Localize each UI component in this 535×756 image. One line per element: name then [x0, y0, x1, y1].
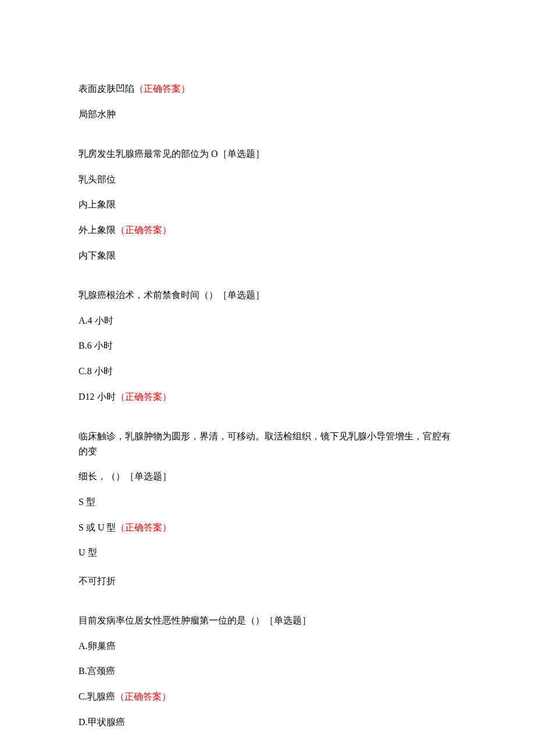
option-text: U 型 [79, 547, 97, 557]
question-stem: 目前发病率位居女性恶性肿瘤第一位的是（）［单选题］ [79, 613, 456, 628]
answer-option: 内下象限 [79, 248, 456, 263]
option-text: C.乳腺癌 [79, 691, 115, 701]
correct-answer-label: （正确答案） [116, 225, 172, 235]
option-text: A.4 小时 [79, 316, 113, 325]
option-text: D.甲状腺癌 [79, 717, 125, 727]
question-stem-cont: 细长，（）［单选题］ [79, 469, 456, 484]
stem-text: 目前发病率位居女性恶性肿瘤第一位的是（）［单选题］ [79, 615, 311, 625]
option-text: D12 小时 [79, 392, 116, 402]
answer-option: 不可打折 [79, 574, 456, 589]
answer-option: A.卵巢癌 [79, 639, 456, 654]
stem-text: 细长，（）［单选题］ [79, 471, 172, 481]
stem-text: 临床触诊，乳腺肿物为圆形，界清，可移动。取活检组织，镜下见乳腺小导管增生，官腔有… [79, 431, 451, 456]
question-stem: 临床触诊，乳腺肿物为圆形，界清，可移动。取活检组织，镜下见乳腺小导管增生，官腔有… [79, 429, 456, 458]
option-text: A.卵巢癌 [79, 641, 116, 651]
correct-answer-label: （正确答案） [116, 392, 172, 402]
option-text: S 或 U 型 [79, 522, 116, 532]
answer-option: B.宫颈癌 [79, 664, 456, 679]
answer-option: S 型 [79, 495, 456, 510]
option-text: B.宫颈癌 [79, 666, 115, 676]
answer-option: U 型 [79, 545, 456, 560]
option-text: 表面皮肤凹陷 [79, 84, 134, 94]
option-text: C.8 小时 [79, 366, 113, 376]
answer-option: 乳头部位 [79, 172, 456, 187]
correct-answer-label: （正确答案） [115, 691, 171, 701]
answer-option: 内上象限 [79, 197, 456, 212]
correct-answer-label: （正确答案） [116, 522, 172, 532]
question-stem: 乳腺癌根治术，术前禁食时间（）［单选题］ [79, 288, 456, 303]
answer-option: D.甲状腺癌 [79, 715, 456, 730]
option-text: 局部水肿 [79, 109, 116, 119]
option-text: 外上象限 [79, 225, 116, 235]
option-text: 不可打折 [79, 576, 116, 586]
answer-option: S 或 U 型（正确答案） [79, 520, 456, 535]
answer-option: D12 小时（正确答案） [79, 389, 456, 404]
option-text: S 型 [79, 497, 95, 507]
answer-option: C.乳腺癌（正确答案） [79, 689, 456, 704]
answer-option: B.6 小时 [79, 338, 456, 353]
answer-option: C.8 小时 [79, 364, 456, 379]
option-text: 内下象限 [79, 250, 116, 260]
stem-text: 乳房发生乳腺癌最常见的部位为 O［单选题］ [79, 149, 265, 159]
option-text: B.6 小时 [79, 341, 113, 350]
document-page: 表面皮肤凹陷（正确答案） 局部水肿 乳房发生乳腺癌最常见的部位为 O［单选题］ … [0, 0, 535, 756]
option-text: 内上象限 [79, 199, 116, 209]
answer-option: 表面皮肤凹陷（正确答案） [79, 81, 456, 96]
correct-answer-label: （正确答案） [134, 84, 190, 94]
question-stem: 乳房发生乳腺癌最常见的部位为 O［单选题］ [79, 146, 456, 162]
answer-option: 局部水肿 [79, 107, 456, 122]
answer-option: 外上象限（正确答案） [79, 223, 456, 238]
answer-option: A.4 小时 [79, 313, 456, 328]
stem-text: 乳腺癌根治术，术前禁食时间（）［单选题］ [79, 290, 265, 300]
option-text: 乳头部位 [79, 174, 116, 184]
